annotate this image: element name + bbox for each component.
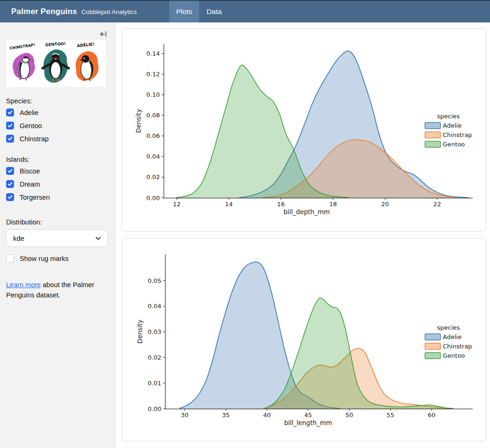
- y-tick-label: 0.02: [146, 173, 160, 181]
- learn-more-link[interactable]: Learn more: [6, 281, 41, 289]
- sidebar-collapse-button[interactable]: [99, 29, 108, 39]
- check-icon: [7, 123, 13, 128]
- check-icon: [7, 181, 13, 187]
- chevron-down-icon: [95, 237, 101, 240]
- checkbox-box[interactable]: [6, 108, 14, 116]
- y-tick-label: 0.12: [146, 71, 160, 78]
- bill-length-density-plot: 303540455055600.000.010.020.030.040.05bi…: [122, 238, 486, 441]
- checkbox-box[interactable]: [6, 193, 14, 201]
- nav-tabs: Plots Data: [169, 0, 229, 22]
- legend-label-adelie: Adelie: [443, 333, 461, 340]
- legend-label-chinstrap: Chinstrap: [443, 343, 472, 350]
- tab-plots[interactable]: Plots: [169, 0, 199, 22]
- y-tick-label: 0.06: [146, 132, 160, 139]
- check-icon: [7, 195, 13, 200]
- legend-label-adelie: Adelie: [443, 122, 461, 129]
- x-tick-label: 18: [329, 201, 337, 208]
- penguins-artwork-image: CHINSTRAP! GENTOO! ADÉLIE!: [6, 40, 106, 87]
- islands-label: Islands:: [6, 155, 108, 164]
- y-tick-label: 0.14: [146, 50, 160, 57]
- tab-data[interactable]: Data: [199, 0, 229, 22]
- x-tick-label: 12: [173, 201, 181, 208]
- y-tick-label: 0.03: [148, 328, 161, 335]
- x-tick-label: 45: [304, 412, 312, 419]
- legend-label-gentoo: Gentoo: [443, 352, 465, 359]
- x-tick-label: 35: [222, 412, 230, 419]
- checkbox-box[interactable]: [6, 135, 14, 143]
- legend-title: species: [437, 113, 460, 120]
- x-tick-label: 40: [263, 412, 271, 419]
- distribution-label: Distribution:: [6, 217, 108, 227]
- app-subtitle: Cobblepot Analytics: [81, 8, 137, 15]
- checkbox-gentoo[interactable]: Gentoo: [6, 122, 108, 130]
- x-axis-label: bill_depth_mm: [284, 208, 330, 216]
- legend-swatch-gentoo: [425, 353, 440, 359]
- legend-swatch-gentoo: [425, 141, 440, 147]
- checkbox-adelie[interactable]: Adelie: [6, 108, 108, 116]
- x-tick-label: 60: [428, 412, 436, 419]
- y-tick-label: 0.02: [148, 354, 161, 361]
- y-tick-label: 0.04: [146, 153, 160, 160]
- x-tick-label: 50: [346, 412, 353, 419]
- x-tick-label: 20: [381, 201, 389, 208]
- checkbox-label: Torgersen: [20, 194, 50, 201]
- y-tick-label: 0.10: [146, 91, 160, 98]
- species-label: Species:: [6, 96, 108, 106]
- check-icon: [7, 136, 13, 141]
- x-axis-label: bill_length_mm: [284, 419, 332, 426]
- navbar: Palmer Penguins Cobblepot Analytics Plot…: [0, 0, 490, 22]
- distribution-select-value: kde: [13, 234, 24, 242]
- check-icon: [7, 168, 13, 173]
- checkbox-label: Dream: [20, 181, 40, 188]
- checkbox-biscoe[interactable]: Biscoe: [6, 167, 108, 175]
- y-axis-label: Density: [136, 319, 144, 343]
- x-tick-label: 16: [277, 201, 285, 208]
- brand: Palmer Penguins Cobblepot Analytics: [11, 7, 137, 16]
- checkbox-box[interactable]: [6, 254, 14, 262]
- checkbox-box[interactable]: [6, 180, 14, 188]
- checkbox-chinstrap[interactable]: Chinstrap: [6, 135, 108, 143]
- legend-swatch-chinstrap: [425, 343, 440, 349]
- arrow-bar-left-icon: [99, 30, 108, 38]
- checkbox-torgersen[interactable]: Torgersen: [6, 193, 108, 201]
- y-axis-label: Density: [135, 109, 142, 133]
- islands-checkbox-group: Biscoe Dream Torgersen: [6, 167, 108, 201]
- card-bill-depth-plot: 1214161820220.000.020.040.060.080.100.12…: [122, 28, 486, 231]
- distribution-select[interactable]: kde: [6, 230, 108, 247]
- app-title: Palmer Penguins: [11, 7, 77, 16]
- checkbox-label: Adelie: [20, 109, 38, 116]
- species-checkbox-group: Adelie Gentoo Chinstrap: [6, 108, 108, 143]
- checkbox-box[interactable]: [6, 122, 14, 130]
- card-bill-length-plot: 303540455055600.000.010.020.030.040.05bi…: [122, 238, 486, 441]
- x-tick-label: 22: [433, 201, 441, 208]
- gentoo-label: GENTOO!: [45, 41, 66, 47]
- y-tick-label: 0.05: [148, 277, 161, 284]
- chinstrap-label: CHINSTRAP!: [9, 43, 36, 51]
- y-tick-label: 0.00: [146, 195, 160, 202]
- x-tick-label: 30: [181, 412, 189, 419]
- checkbox-label: Biscoe: [20, 167, 40, 175]
- bill-depth-density-plot: 1214161820220.000.020.040.060.080.100.12…: [122, 29, 486, 231]
- legend-title: species: [437, 324, 460, 331]
- legend-swatch-adelie: [425, 334, 440, 340]
- checkbox-label: Chinstrap: [20, 135, 49, 143]
- checkbox-box[interactable]: [6, 167, 14, 175]
- sidebar: CHINSTRAP! GENTOO! ADÉLIE! Species: Adel…: [0, 22, 115, 448]
- y-tick-label: 0.04: [148, 303, 161, 310]
- x-tick-label: 14: [225, 201, 233, 208]
- legend-swatch-chinstrap: [425, 132, 440, 138]
- legend-label-gentoo: Gentoo: [443, 141, 465, 148]
- checkbox-dream[interactable]: Dream: [6, 180, 108, 188]
- y-tick-label: 0.00: [148, 405, 161, 412]
- x-tick-label: 55: [387, 412, 395, 419]
- dataset-note: Learn more about the Palmer Penguins dat…: [6, 280, 102, 300]
- check-icon: [7, 110, 13, 115]
- checkbox-label: Gentoo: [20, 122, 42, 130]
- penguins-artwork: CHINSTRAP! GENTOO! ADÉLIE!: [6, 40, 106, 87]
- legend-label-chinstrap: Chinstrap: [443, 131, 472, 138]
- y-tick-label: 0.01: [148, 380, 161, 387]
- legend-swatch-adelie: [425, 123, 440, 129]
- y-tick-label: 0.08: [146, 112, 160, 119]
- adelie-label: ADÉLIE!: [77, 41, 95, 48]
- checkbox-show-rug-marks[interactable]: Show rug marks: [6, 254, 108, 262]
